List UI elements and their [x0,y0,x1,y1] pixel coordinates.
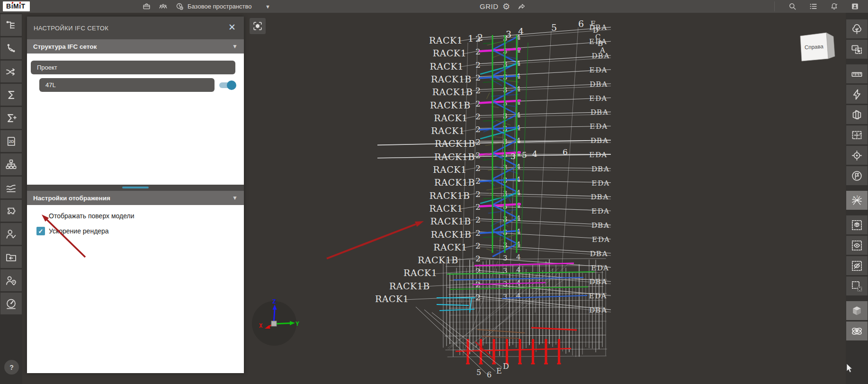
section-structure-label: Структура IFC сеток [33,43,97,50]
relations-button[interactable] [0,37,22,59]
dashboard-gauge-button[interactable] [0,293,22,314]
viewport-3d-canvas[interactable]: RACK1234DBARACK1234EDARACK1234DBARACK1B2… [244,13,846,384]
svg-text:3: 3 [510,152,516,161]
flash-render-button[interactable] [846,85,868,104]
hide-selection-button[interactable] [846,256,868,275]
section-box-button[interactable] [846,105,868,124]
dashboard-gauge-icon [5,297,18,310]
render-accel-checkbox[interactable]: ✓ [36,227,45,235]
clear-selection-button[interactable] [846,277,868,295]
share-icon[interactable] [516,1,527,12]
structure-tree-button[interactable] [0,14,22,36]
svg-text:A: A [603,179,609,188]
chevron-down-icon: ▼ [232,43,238,50]
ruler-measure-button[interactable] [846,64,868,83]
svg-text:B: B [596,80,601,89]
svg-text:D: D [596,122,602,131]
svg-text:RACK1: RACK1 [403,268,437,278]
svg-text:D: D [591,193,597,201]
tree-item-project[interactable]: Проект [31,61,235,74]
hide-selection-icon [850,259,863,272]
environment-tree-button[interactable] [846,19,868,38]
svg-text:E: E [592,235,597,244]
svg-text:6: 6 [563,147,568,157]
svg-text:D: D [590,250,596,258]
list-menu-icon[interactable] [808,1,818,12]
svg-text:D: D [598,179,604,188]
svg-text:D: D [597,264,603,272]
flag-marker-button[interactable] [846,166,868,185]
option-row-render-accel: ✓ Ускорение рендера [36,227,244,235]
locate-target-icon [850,149,863,162]
settings-gear-icon[interactable]: ⚙ [501,1,511,12]
axis-gizmo[interactable]: Z Y X [248,297,301,350]
sum-add-icon [5,112,18,125]
ifc-grids-button[interactable]: 12 [846,191,868,210]
svg-text:5: 5 [476,368,482,377]
svg-text:E: E [589,292,594,300]
tree-item-grid-47l[interactable]: 47L [39,78,215,92]
ruler-measure-icon [850,68,863,80]
isolate-selection-button[interactable] [846,215,868,234]
section-structure-header[interactable]: Структура IFC сеток ▼ [27,39,244,54]
svg-text:A: A [603,193,608,201]
close-icon[interactable]: ✕ [227,23,237,33]
grid-visibility-toggle[interactable] [219,82,235,88]
svg-text:E: E [591,179,597,188]
svg-text:6: 6 [578,18,584,29]
sum-add-button[interactable] [0,107,22,129]
section-display-header[interactable]: Настройки отображения ▼ [27,191,244,205]
projects-briefcase-icon[interactable] [141,1,152,12]
connections-button[interactable] [0,61,22,82]
svg-text:D: D [503,362,509,371]
svg-text:E: E [589,94,594,103]
section-display-label: Настройки отображения [33,195,110,202]
user-location-button[interactable] [0,269,22,291]
chevron-down-icon: ▼ [232,195,238,201]
user-check-button[interactable] [0,223,22,245]
floorplan-button[interactable] [846,125,868,144]
notifications-bell-icon[interactable] [829,1,839,12]
svg-text:RACK1B: RACK1B [431,74,472,84]
account-badge-icon[interactable] [850,1,860,12]
svg-text:D: D [590,80,596,89]
sum-icon [5,89,18,101]
folder-transfer-button[interactable] [0,246,22,268]
svg-text:D: D [591,136,597,145]
svg-text:A: A [600,46,605,54]
fit-to-screen-button[interactable] [250,18,266,34]
charts-button[interactable] [0,177,22,198]
tree-item-project-label: Проект [37,64,57,71]
overlay-option-label: Отображать поверх модели [49,212,134,220]
help-button[interactable]: ? [4,360,19,375]
display-settings-area: Отображать поверх модели ✓ Ускорение рен… [27,205,244,373]
sheet-2d-button[interactable]: 2D [0,130,22,152]
svg-text:2: 2 [856,194,858,197]
panel-splitter[interactable] [27,185,244,191]
flag-marker-icon [850,170,863,182]
splitter-grip [122,187,149,188]
workspace-selector[interactable]: Базовое пространство [188,3,252,10]
orbit-mode-button[interactable] [846,321,868,340]
locate-target-button[interactable] [846,146,868,165]
view-cube[interactable]: Справа [797,28,842,69]
document-title: GRID [480,2,499,10]
time-badge-icon[interactable] [174,1,185,12]
app-logo[interactable]: BiMiT [3,1,30,11]
hierarchy-button[interactable] [0,153,22,175]
svg-text:RACK1: RACK1 [429,203,463,214]
svg-text:RACK1B: RACK1B [434,152,475,162]
team-icon[interactable] [158,1,168,12]
sum-button[interactable] [0,84,22,106]
svg-text:A: A [603,165,609,173]
plugins-button[interactable] [0,200,22,222]
show-selection-button[interactable] [846,236,868,255]
user-location-icon [5,274,18,287]
shaded-view-button[interactable] [846,301,868,320]
svg-text:A: A [603,221,609,230]
svg-text:4: 4 [516,292,521,300]
svg-text:A: A [601,94,607,103]
workspace-caret-icon[interactable]: ▼ [265,4,270,9]
object-selection-button[interactable] [846,40,868,59]
search-icon[interactable] [787,1,797,12]
